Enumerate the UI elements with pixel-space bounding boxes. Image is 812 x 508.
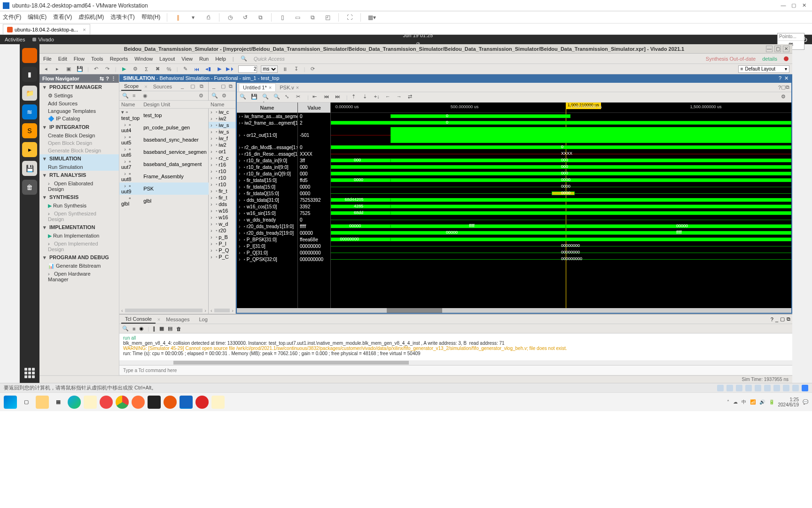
vm-unity-icon[interactable]: ▦▾ [367, 13, 376, 22]
wave-signal-name[interactable]: ›▪iw2_frame_as…egment[1:0] [237, 119, 297, 126]
wave-signal-name[interactable]: ›▪w16_cos[15:0] [237, 203, 297, 210]
record-icon[interactable] [195, 396, 209, 409]
con-collapse-icon[interactable]: ≡ [133, 326, 135, 332]
menu-file[interactable]: File [43, 56, 52, 62]
wave-signal-name[interactable]: ›▪P_QPSK[32:0] [237, 256, 297, 262]
vmware-menu-vm[interactable]: 虚拟机(M) [78, 13, 104, 21]
object-item[interactable]: ›▪iw2 [209, 142, 235, 148]
wave-ruler[interactable]: 1,000.210000 us 0.000000 us 500.000000 u… [331, 103, 791, 113]
vivado-minimize-button[interactable]: — [766, 46, 773, 52]
wave-signal-name[interactable]: ›▪r10_fir_data_inI[9:0] [237, 164, 297, 170]
object-item[interactable]: ›▪r20 [209, 227, 235, 234]
wv-zoom-cursor-icon[interactable]: ✂ [296, 94, 304, 101]
con-pause-icon[interactable]: ‖ [153, 325, 156, 332]
dock-terminal-icon[interactable]: ▮ [22, 67, 37, 82]
scope-row[interactable]: ›▫ uut8Frame_Assembly [119, 170, 209, 183]
section-project-manager[interactable]: ▾PROJECT MANAGER [39, 83, 119, 92]
console-max-icon[interactable]: ▢ [780, 316, 785, 322]
wave-track[interactable]: 00000000 [331, 243, 791, 249]
vmware-menu-file[interactable]: 文件(F) [3, 13, 21, 21]
vmware-taskbar-icon[interactable] [180, 396, 193, 409]
tray-chevron-icon[interactable]: ˄ [727, 399, 729, 405]
tb-gear-icon[interactable]: ⚙ [132, 65, 139, 73]
tb-open-icon[interactable]: ▣ [65, 65, 72, 73]
wv-goto-cursor-icon[interactable]: ⏮ [324, 94, 331, 101]
nav-language-templates[interactable]: Language Templates [39, 107, 119, 115]
flownav-help-icon[interactable]: ? [106, 76, 109, 81]
wave-track[interactable]: 000000 [331, 157, 791, 164]
wv-save-icon[interactable]: 💾 [251, 94, 258, 101]
object-item[interactable]: ›▪fir_t [209, 194, 235, 201]
object-item[interactable]: ›▪or1 [209, 148, 235, 155]
vm-device-icon[interactable] [726, 385, 733, 391]
tray-battery-icon[interactable]: 🔋 [769, 399, 774, 405]
menu-layout[interactable]: Layout [159, 56, 175, 62]
nav-gen-bitstream[interactable]: 📊 Generate Bitstream [39, 262, 119, 270]
nav-add-sources[interactable]: Add Sources [39, 100, 119, 107]
console-help-icon[interactable]: ? [771, 317, 773, 322]
tb-break-icon[interactable]: ↧ [293, 65, 300, 73]
chrome-icon[interactable] [116, 396, 129, 409]
vm-fullscreen-icon[interactable]: ⛶ [345, 13, 354, 22]
scope-row[interactable]: ▫ glblglbl [119, 195, 209, 207]
sim-time-unit[interactable]: ms [261, 65, 278, 73]
explorer-icon[interactable] [36, 396, 49, 409]
object-item[interactable]: ›▪p_B [209, 234, 235, 240]
object-item[interactable]: ›▪w_d [209, 221, 235, 227]
vm-device-icon[interactable] [736, 385, 742, 391]
wave-track[interactable]: 00000000 [331, 177, 791, 183]
tray-onedrive-icon[interactable]: ☁ [733, 399, 738, 405]
tb-pct-icon[interactable]: % [165, 65, 173, 73]
wave-signal-name[interactable]: ›▪P_BPSK[31:0] [237, 236, 297, 243]
tb-relaunch-icon[interactable]: ⟳ [309, 65, 316, 73]
dock-files-icon[interactable]: 📁 [22, 86, 37, 101]
vm-device-icon[interactable] [755, 385, 761, 391]
wv-zoom-out-icon[interactable]: 🔍− [273, 94, 281, 101]
layout-dropdown[interactable]: ≡Default Layout▾ [738, 65, 789, 73]
nav-ip-catalog[interactable]: 🔷 IP Catalog [39, 115, 119, 123]
object-item[interactable]: ›▪P_C [209, 254, 235, 260]
firefox-icon[interactable] [132, 396, 145, 409]
wave-float-icon[interactable]: ⧉ [786, 84, 789, 90]
wave-track[interactable]: 68d44205 [331, 197, 791, 203]
banner-close-icon[interactable]: ✕ [784, 75, 789, 81]
menu-run[interactable]: Run [199, 56, 209, 62]
app-icon[interactable] [211, 396, 225, 409]
vmware-menu-tabs[interactable]: 选项卡(T) [110, 13, 134, 21]
nav-settings[interactable]: ⚙ Settings [39, 92, 119, 100]
wave-track[interactable]: 68dd [331, 210, 791, 216]
menu-reports[interactable]: Reports [110, 56, 128, 62]
wave-plot-area[interactable]: 1,000.210000 us 0.000000 us 500.000000 u… [331, 103, 791, 308]
app-icon[interactable] [148, 396, 161, 409]
tb-new-icon[interactable]: ◂ [42, 65, 50, 73]
quick-access-input[interactable]: Quick Access [254, 56, 285, 62]
object-item[interactable]: ›▪iw_c [209, 109, 235, 115]
wave-signal-name[interactable]: ›▪r2_din_Mod$…essage[1:0] [237, 144, 297, 151]
wave-track[interactable]: 0 [331, 144, 791, 151]
con-clear-icon[interactable]: ◉ [139, 325, 144, 332]
vm-layout4-icon[interactable]: ◰ [323, 13, 332, 22]
wave-track[interactable]: 0 [331, 119, 791, 126]
tb-play-icon[interactable]: ▶ [216, 65, 223, 73]
vm-pause-icon[interactable]: ‖ [174, 13, 182, 22]
wv-zoom-fit-icon[interactable]: ⤡ [285, 94, 292, 101]
vm-tab-close-icon[interactable]: × [83, 27, 86, 32]
section-simulation[interactable]: ▾SIMULATION [39, 154, 119, 163]
vm-power-icon[interactable]: ▾ [189, 13, 197, 22]
tab-sources[interactable]: Sources [150, 83, 175, 90]
tb-chart-icon[interactable]: ✎ [182, 65, 189, 73]
vm-device-icon[interactable] [792, 385, 799, 391]
dock-vivado-icon[interactable]: ▸ [22, 142, 37, 157]
menu-help[interactable]: Help [215, 56, 226, 62]
objects-header[interactable]: Name [209, 101, 235, 109]
scope-collapse-icon[interactable]: ≡ [133, 93, 139, 99]
details-link[interactable]: details [762, 56, 777, 62]
obj-hscroll[interactable]: ‹› [209, 307, 235, 314]
wave-signal-name[interactable]: ›▪r20_dds_tready2[19:0] [237, 230, 297, 236]
tb-redo-icon[interactable]: ↷ [104, 65, 111, 73]
scope-hscroll[interactable]: ‹› [119, 307, 208, 314]
wave-track[interactable] [331, 216, 791, 223]
tray-volume-icon[interactable]: 🔊 [759, 399, 765, 405]
app-icon[interactable] [164, 396, 177, 409]
scope-row[interactable]: ›▫ uut9PSK [119, 183, 209, 195]
